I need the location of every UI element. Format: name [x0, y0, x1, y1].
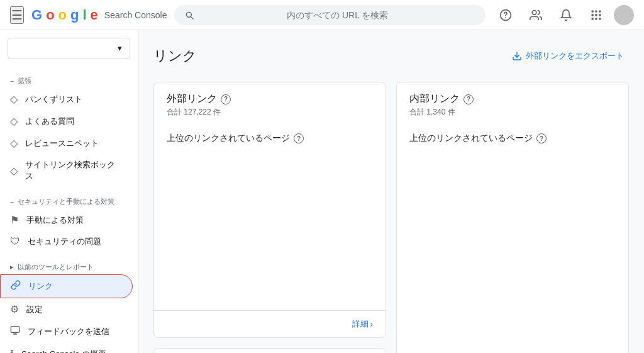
- sidebar-item-security[interactable]: 🛡 セキュリティの問題: [0, 231, 133, 252]
- sidebar-item-label: フィードバックを送信: [28, 326, 109, 337]
- sidebar-item-review-snippet[interactable]: ◇ レビュースニペット: [0, 132, 133, 154]
- diamond-icon: ◇: [10, 93, 18, 105]
- external-links-footer: 詳細 ›: [154, 310, 386, 337]
- section-label: 以前のツールとレポート: [18, 262, 94, 272]
- section-expand[interactable]: − 拡張: [0, 66, 138, 88]
- bell-icon-btn[interactable]: [553, 3, 579, 28]
- logo-o2: o: [58, 7, 67, 23]
- section-label: 拡張: [18, 76, 31, 86]
- internal-top-pages-section: 上位のリンクされているページ ?: [397, 123, 628, 353]
- external-top-pages-body: [167, 149, 373, 300]
- feedback-icon: [10, 325, 20, 338]
- external-top-sites-section: 上位のリンク元サイト ?: [154, 349, 386, 353]
- chevron-right-icon: ›: [370, 319, 373, 329]
- main-content: リンク 外部リンクをエクスポート 外部リンク: [138, 30, 644, 353]
- download-icon: [512, 51, 522, 61]
- svg-point-2: [532, 10, 536, 14]
- internal-links-column: 内部リンク ? 合計 1,340 件 上位のリンクされているページ ?: [396, 82, 629, 353]
- external-links-total: 合計 127,222 件: [167, 107, 373, 118]
- main-layout: ▾ − 拡張 ◇ パンくずリスト ◇ よくある質問 ◇ レビュースニペット ◇ …: [0, 30, 644, 353]
- sidebar-item-label: パンくずリスト: [25, 94, 82, 105]
- svg-rect-11: [599, 18, 601, 20]
- help-icon: [499, 9, 512, 21]
- shield-icon: 🛡: [10, 236, 20, 247]
- external-links-help-icon[interactable]: ?: [221, 94, 231, 104]
- svg-rect-12: [11, 327, 19, 332]
- sidebar-item-feedback[interactable]: フィードバックを送信: [0, 320, 133, 343]
- external-links-card: 外部リンク ? 合計 127,222 件 上位のリンクされているページ ?: [153, 82, 386, 338]
- grid-icon-btn[interactable]: [584, 3, 609, 28]
- svg-rect-3: [592, 10, 594, 12]
- internal-links-card: 内部リンク ? 合計 1,340 件 上位のリンクされているページ ?: [396, 82, 629, 353]
- internal-links-title: 内部リンク ?: [409, 92, 616, 106]
- sidebar-item-label: 設定: [26, 304, 43, 315]
- svg-point-1: [505, 17, 506, 18]
- people-icon-btn[interactable]: [523, 3, 548, 28]
- detail-link-button[interactable]: 詳細 ›: [352, 318, 373, 330]
- chevron-down-icon: ▾: [118, 43, 122, 53]
- svg-rect-4: [595, 10, 597, 12]
- svg-rect-10: [595, 18, 597, 20]
- sidebar-item-settings[interactable]: ⚙ 設定: [0, 298, 133, 320]
- property-dropdown[interactable]: ▾: [8, 38, 130, 59]
- section-label: セキュリティと手動による対策: [18, 197, 114, 206]
- bell-icon: [560, 9, 572, 21]
- logo-text: Search Console: [104, 10, 167, 20]
- people-icon: [530, 9, 542, 21]
- external-top-pages-section: 上位のリンクされているページ ?: [154, 123, 386, 310]
- menu-icon[interactable]: ☰: [10, 6, 24, 24]
- sidebar-item-label: よくある質問: [25, 116, 74, 127]
- logo: Google Search Console: [31, 7, 167, 23]
- logo-o1: o: [46, 7, 54, 23]
- section-prev-tools-label[interactable]: ▸ 以前のツールとレポート: [0, 252, 138, 274]
- logo-e: e: [91, 7, 98, 23]
- header: ☰ Google Search Console: [0, 0, 644, 30]
- section-prefix: ▸: [10, 263, 14, 271]
- avatar[interactable]: [614, 5, 634, 25]
- logo-g2: g: [70, 7, 79, 23]
- links-icon: [11, 280, 21, 293]
- external-top-pages-title: 上位のリンクされているページ ?: [167, 133, 373, 144]
- sidebar-item-breadcrumbs[interactable]: ◇ パンくずリスト: [0, 88, 133, 110]
- svg-rect-6: [592, 14, 594, 16]
- external-links-column: 外部リンク ? 合計 127,222 件 上位のリンクされているページ ?: [153, 82, 386, 353]
- external-top-sites-card: 上位のリンク元サイト ?: [153, 348, 386, 353]
- search-icon: [184, 10, 194, 20]
- svg-rect-9: [592, 18, 594, 20]
- sidebar-item-sitelinks[interactable]: ◇ サイトリンク検索ボックス: [0, 154, 133, 187]
- internal-top-pages-help-icon[interactable]: ?: [536, 133, 547, 143]
- external-links-title: 外部リンク ?: [167, 92, 373, 106]
- sidebar-item-manual-actions[interactable]: ⚑ 手動による対策: [0, 209, 133, 231]
- diamond-icon: ◇: [10, 137, 18, 149]
- external-links-header: 外部リンク ? 合計 127,222 件: [154, 82, 386, 123]
- app-container: ☰ Google Search Console: [0, 0, 644, 353]
- gear-icon: ⚙: [10, 303, 19, 315]
- section-prefix: −: [10, 77, 14, 85]
- header-actions: [493, 3, 634, 28]
- content-header: リンク 外部リンクをエクスポート: [153, 45, 629, 67]
- top-pages-help-icon[interactable]: ?: [294, 133, 304, 143]
- export-button[interactable]: 外部リンクをエクスポート: [507, 45, 629, 67]
- internal-links-help-icon[interactable]: ?: [464, 94, 474, 104]
- help-icon-btn[interactable]: [493, 3, 518, 28]
- flag-icon: ⚑: [10, 214, 19, 226]
- sidebar-item-label: リンク: [28, 281, 53, 292]
- search-bar[interactable]: [174, 5, 486, 25]
- info-icon: ℹ: [10, 348, 14, 353]
- logo-l: l: [82, 7, 86, 23]
- diamond-icon: ◇: [10, 165, 18, 177]
- internal-links-total: 合計 1,340 件: [409, 107, 616, 118]
- diamond-icon: ◇: [10, 115, 18, 127]
- section-prefix: −: [10, 198, 14, 206]
- section-security-label[interactable]: − セキュリティと手動による対策: [0, 187, 138, 209]
- sidebar-item-about[interactable]: ℹ Search Console の概要: [0, 343, 133, 353]
- internal-top-pages-body: [409, 149, 616, 353]
- cards-grid: 外部リンク ? 合計 127,222 件 上位のリンクされているページ ?: [153, 82, 629, 353]
- search-input[interactable]: [199, 10, 475, 20]
- sidebar-item-label: サイトリンク検索ボックス: [25, 159, 123, 182]
- internal-links-header: 内部リンク ? 合計 1,340 件: [397, 82, 628, 123]
- sidebar-item-faq[interactable]: ◇ よくある質問: [0, 110, 133, 132]
- internal-top-pages-title: 上位のリンクされているページ ?: [409, 133, 616, 144]
- sidebar: ▾ − 拡張 ◇ パンくずリスト ◇ よくある質問 ◇ レビュースニペット ◇ …: [0, 30, 138, 353]
- sidebar-item-links[interactable]: リンク: [0, 274, 133, 298]
